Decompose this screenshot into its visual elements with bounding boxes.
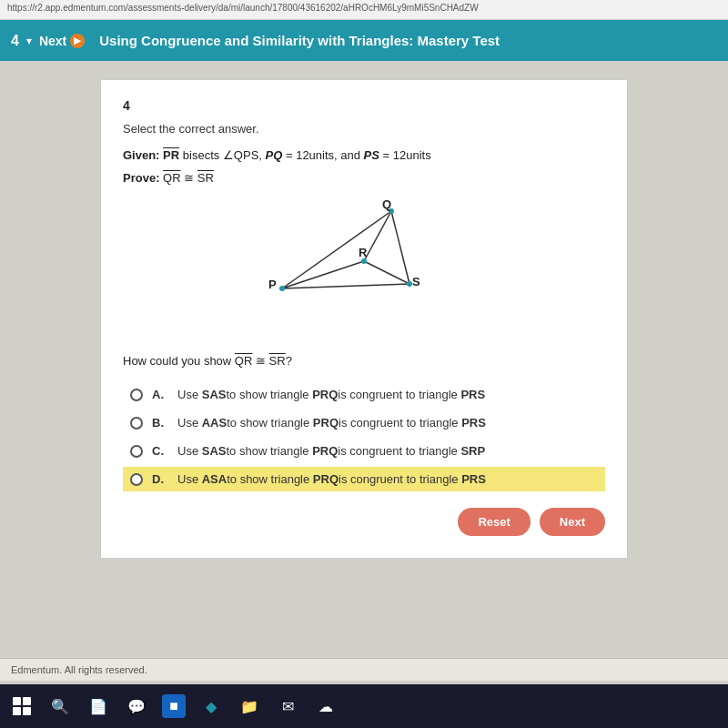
file-icon[interactable]: 📄: [86, 693, 111, 719]
svg-line-0: [282, 211, 391, 288]
given-eq1: = 12units, and: [286, 148, 364, 162]
choice-b[interactable]: B. Use AASto show triangle PRQis congrue…: [123, 410, 605, 435]
svg-point-6: [279, 286, 285, 291]
answer-choices: A. Use SASto show triangle PRQis congrue…: [123, 382, 605, 491]
button-row: Reset Next: [123, 508, 605, 536]
choice-d-text: Use ASAto show triangle PRQis congruent …: [177, 472, 598, 486]
choice-a[interactable]: A. Use SASto show triangle PRQis congrue…: [123, 382, 605, 407]
given-line: Given: PR bisects ∠QPS, PQ = 12units, an…: [123, 147, 605, 166]
svg-line-2: [282, 284, 410, 288]
given-bisects: bisects ∠QPS,: [183, 148, 266, 162]
top-bar: 4 ▾ Next ▶ Using Congruence and Similari…: [0, 20, 728, 61]
task-icon[interactable]: ■: [162, 694, 186, 718]
svg-text:S: S: [412, 275, 420, 288]
triangle-svg: Q R P S: [264, 197, 464, 343]
choice-d[interactable]: D. Use ASAto show triangle PRQis congrue…: [123, 467, 605, 491]
how-question-text: How could you show QR ≅ SR?: [123, 354, 605, 368]
content-area: 4 Select the correct answer. Given: PR b…: [0, 61, 728, 577]
given-eq2: = 12units: [383, 148, 431, 162]
choice-c-text: Use SASto show triangle PRQis congruent …: [177, 444, 598, 458]
svg-text:Q: Q: [382, 197, 391, 211]
folder-icon[interactable]: 📁: [237, 693, 262, 719]
diagram: Q R P S: [123, 197, 605, 343]
url-text: https://r2.app.edmentum.com/assessments-…: [7, 3, 479, 13]
windows-icon[interactable]: [9, 693, 35, 719]
svg-text:R: R: [359, 246, 368, 259]
choice-c[interactable]: C. Use SASto show triangle PRQis congrue…: [123, 439, 605, 463]
radio-b[interactable]: [130, 417, 143, 430]
choice-d-label: D.: [152, 472, 168, 486]
given-pq: PQ: [266, 148, 283, 162]
taskbar: 🔍 📄 💬 ■ ◆ 📁 ✉ ☁: [0, 684, 728, 728]
svg-line-4: [364, 211, 391, 261]
radio-d[interactable]: [130, 473, 143, 486]
choice-b-label: B.: [152, 416, 168, 430]
svg-line-1: [391, 211, 410, 284]
question-number-nav: 4: [11, 33, 19, 49]
radio-c[interactable]: [130, 445, 143, 458]
reset-button[interactable]: Reset: [458, 508, 530, 536]
radio-a[interactable]: [130, 389, 143, 401]
chevron-down-icon[interactable]: ▾: [26, 35, 32, 47]
question-number: 4: [123, 98, 605, 113]
prove-line: Prove: QR ≅ SR: [123, 171, 605, 185]
svg-line-3: [282, 261, 364, 288]
next-button[interactable]: Next: [540, 508, 605, 536]
choice-c-label: C.: [152, 444, 168, 458]
choice-a-text: Use SASto show triangle PRQis congruent …: [177, 388, 598, 401]
page-title: Using Congruence and Similarity with Tri…: [99, 33, 500, 48]
given-label: Given:: [123, 148, 159, 162]
choice-a-label: A.: [152, 388, 168, 401]
chat-icon[interactable]: 💬: [124, 693, 149, 719]
instruction-text: Select the correct answer.: [123, 122, 605, 136]
next-button-top[interactable]: Next ▶: [39, 34, 85, 48]
footer: Edmentum. All rights reserved.: [0, 658, 728, 681]
question-card: 4 Select the correct answer. Given: PR b…: [100, 79, 628, 559]
url-bar: https://r2.app.edmentum.com/assessments-…: [0, 0, 728, 20]
given-segment-pr: PR: [163, 148, 179, 162]
edge-icon[interactable]: ◆: [198, 693, 224, 719]
choice-b-text: Use AASto show triangle PRQis congruent …: [177, 416, 598, 430]
given-ps: PS: [364, 148, 379, 162]
mail-icon[interactable]: ✉: [275, 693, 300, 719]
copyright-text: Edmentum. All rights reserved.: [11, 664, 147, 675]
cloud-icon[interactable]: ☁: [313, 693, 339, 719]
next-label-top: Next: [39, 34, 66, 48]
svg-text:P: P: [268, 278, 277, 291]
svg-line-5: [364, 261, 410, 284]
search-icon[interactable]: 🔍: [47, 693, 73, 719]
next-circle-icon: ▶: [70, 34, 85, 48]
